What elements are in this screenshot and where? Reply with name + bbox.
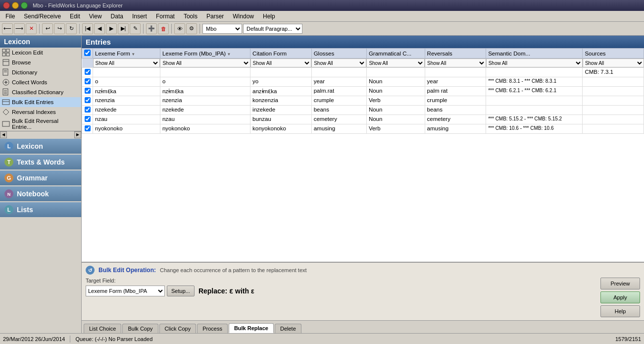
row-cb-cell[interactable]	[82, 124, 93, 134]
table-container[interactable]: Lexeme Form Lexeme Form (Mbo_IPA) Citati…	[82, 48, 644, 262]
row-cb-cell[interactable]	[82, 96, 93, 106]
col-sources[interactable]: Sources	[583, 49, 644, 58]
row-cb-cell[interactable]	[82, 68, 93, 77]
row-cb-cell[interactable]	[82, 87, 93, 96]
setup-button[interactable]: Setup...	[167, 286, 195, 296]
menu-data[interactable]: Data	[106, 11, 128, 21]
filter-button[interactable]: ⚙	[186, 23, 197, 34]
nav-first[interactable]: |◀	[82, 23, 93, 34]
apply-button[interactable]: Apply	[600, 291, 640, 303]
add-button[interactable]: ➕	[146, 23, 157, 34]
hscroll-track[interactable]	[7, 131, 74, 138]
col-lexeme-ipa[interactable]: Lexeme Form (Mbo_IPA)	[160, 49, 250, 58]
filter-gramm[interactable]: Show All	[366, 58, 425, 68]
menu-edit[interactable]: Edit	[65, 11, 85, 21]
row-checkbox[interactable]	[85, 107, 91, 113]
tab-process[interactable]: Process	[197, 324, 228, 333]
sidebar-section-lexicon[interactable]: L Lexicon	[0, 139, 81, 154]
col-citation[interactable]: Citation Form	[250, 49, 312, 58]
filter-semantic[interactable]: Show All	[486, 58, 583, 68]
area-combo[interactable]: Mbo	[202, 24, 242, 34]
sidebar-item-classified-dict[interactable]: Classified Dictionary	[0, 87, 81, 97]
filter-glosses[interactable]: Show All	[311, 58, 366, 68]
redo-button[interactable]: ↪	[54, 23, 65, 34]
menu-file[interactable]: File	[1, 11, 19, 21]
checkbox-col-header[interactable]	[82, 49, 93, 58]
menu-help[interactable]: Help	[258, 11, 280, 21]
preview-button[interactable]: Preview	[600, 278, 640, 289]
tab-delete[interactable]: Delete	[275, 324, 301, 333]
delete-button[interactable]: 🗑	[158, 23, 169, 34]
sidebar-hscroll[interactable]: ◀ ▶	[0, 131, 81, 138]
row-checkbox[interactable]	[85, 116, 91, 122]
menu-view[interactable]: View	[85, 11, 106, 21]
style-combo[interactable]: Default Paragrap...	[243, 24, 302, 34]
filter-select-citation[interactable]: Show All	[250, 58, 312, 67]
nav-next[interactable]: ▶	[106, 23, 117, 34]
target-field-select[interactable]: Lexeme Form (Mbo_IPA	[86, 286, 165, 296]
row-checkbox[interactable]	[85, 97, 91, 103]
filter-reversals[interactable]: Show All	[425, 58, 486, 68]
maximize-button[interactable]	[21, 2, 28, 9]
sidebar-section-grammar[interactable]: G Grammar	[0, 171, 81, 185]
select-all-checkbox[interactable]	[84, 50, 91, 56]
nav-new[interactable]: ✎	[130, 23, 141, 34]
row-cb-cell[interactable]	[82, 106, 93, 115]
col-glosses[interactable]: Glosses	[311, 49, 366, 58]
filter-lexeme[interactable]: Show All	[93, 58, 160, 68]
filter-select-gramm[interactable]: Show All	[366, 58, 425, 67]
row-cb-cell[interactable]	[82, 77, 93, 87]
filter-select-sources[interactable]: Show All	[583, 58, 644, 67]
tab-list-choice[interactable]: List Choice	[84, 324, 121, 333]
row-checkbox[interactable]	[85, 69, 91, 75]
menu-format[interactable]: Format	[151, 11, 179, 21]
window-controls[interactable]	[3, 2, 28, 9]
tab-bulk-replace[interactable]: Bulk Replace	[229, 323, 274, 333]
sidebar-item-browse[interactable]: Browse	[0, 57, 81, 67]
col-lexeme-form[interactable]: Lexeme Form	[93, 49, 160, 58]
sidebar-section-lists[interactable]: L Lists	[0, 202, 81, 217]
sidebar-item-bulk-edit-reversal[interactable]: Bulk Edit Reversal Entrie...	[0, 117, 81, 131]
sidebar-section-texts[interactable]: T Texts & Words	[0, 155, 81, 170]
sidebar-item-lexicon-edit[interactable]: Lexicon Edit	[0, 48, 81, 57]
filter-select-reversals[interactable]: Show All	[425, 58, 486, 67]
sidebar-section-notebook[interactable]: N Notebook	[0, 186, 81, 201]
filter-select-lexeme[interactable]: Show All	[93, 58, 160, 67]
hscroll-left[interactable]: ◀	[0, 131, 7, 138]
filter-sources[interactable]: Show All	[583, 58, 644, 68]
sidebar-item-dictionary[interactable]: Dictionary	[0, 67, 81, 77]
menu-window[interactable]: Window	[228, 11, 258, 21]
menu-send-receive[interactable]: Send/Receive	[19, 11, 65, 21]
menu-insert[interactable]: Insert	[128, 11, 151, 21]
row-checkbox[interactable]	[85, 78, 91, 84]
row-checkbox[interactable]	[85, 88, 91, 94]
filter-select-semantic[interactable]: Show All	[486, 58, 583, 67]
filter-select-lexeme-ipa[interactable]: Show All	[160, 58, 250, 67]
filter-select-glosses[interactable]: Show All	[311, 58, 366, 67]
minimize-button[interactable]	[12, 2, 19, 9]
forward-button[interactable]: ⟶	[14, 23, 25, 34]
hscroll-right[interactable]: ▶	[74, 131, 81, 138]
refresh-button[interactable]: ↻	[66, 23, 77, 34]
undo-button[interactable]: ↩	[42, 23, 53, 34]
tab-click-copy[interactable]: Click Copy	[159, 324, 197, 333]
col-reversals[interactable]: Reversals	[425, 49, 486, 58]
tab-bulk-copy[interactable]: Bulk Copy	[122, 324, 158, 333]
filter-citation[interactable]: Show All	[250, 58, 312, 68]
nav-last[interactable]: ▶|	[118, 23, 129, 34]
menu-tools[interactable]: Tools	[179, 11, 202, 21]
sidebar-item-collect-words[interactable]: Collect Words	[0, 77, 81, 87]
show-hidden-button[interactable]: 👁	[174, 23, 185, 34]
back-button[interactable]: ⟵	[2, 23, 13, 34]
sidebar-item-reversal[interactable]: Reversal Indexes	[0, 107, 81, 117]
help-button[interactable]: Help	[600, 305, 640, 317]
row-checkbox[interactable]	[85, 125, 91, 131]
menu-parser[interactable]: Parser	[202, 11, 228, 21]
nav-prev[interactable]: ◀	[94, 23, 105, 34]
sidebar-item-bulk-edit[interactable]: Bulk Edit Entries	[0, 97, 81, 107]
row-cb-cell[interactable]	[82, 115, 93, 124]
close-button[interactable]	[3, 2, 10, 9]
stop-button[interactable]: ✕	[26, 23, 37, 34]
col-semantic[interactable]: Semantic Dom...	[486, 49, 583, 58]
filter-lexeme-ipa[interactable]: Show All	[160, 58, 250, 68]
